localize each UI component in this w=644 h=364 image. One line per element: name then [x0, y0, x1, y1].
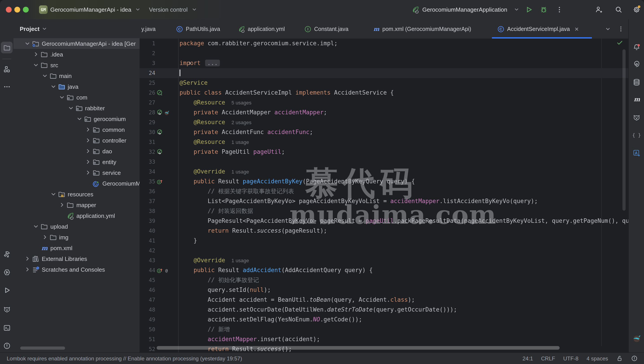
code-line-2[interactable]: 2	[140, 48, 628, 58]
more-vertical-icon[interactable]	[617, 26, 624, 32]
tool-button-endpoints-icon[interactable]	[630, 58, 642, 70]
chevron-right-icon[interactable]	[33, 51, 40, 58]
chevron-down-icon[interactable]	[50, 190, 57, 198]
chevron-right-icon[interactable]	[58, 201, 66, 208]
code-line-39[interactable]: 39 PageResult<PageAccidentByKeyVo> pageR…	[140, 216, 628, 226]
chevron-down-icon[interactable]	[33, 62, 40, 68]
usages-hint[interactable]: 1 usage	[232, 258, 249, 263]
tree-item-dao[interactable]: dao	[14, 146, 140, 156]
tree-item-pom-xml[interactable]: mpom.xml	[14, 242, 140, 253]
run-configuration-selector[interactable]: GerocomiumManagerApplication	[422, 0, 507, 19]
tool-button-mybatisx-icon[interactable]	[630, 111, 642, 123]
tree-item-resources[interactable]: resources	[14, 189, 140, 200]
code-line-1[interactable]: 1package com.rabbiter.gerocomium.service…	[140, 38, 628, 48]
code-line-33[interactable]: 33	[140, 157, 628, 167]
chevron-down-icon[interactable]	[33, 223, 40, 230]
code-line-3[interactable]: 3import ...	[140, 58, 628, 68]
code-line-24[interactable]: 24	[140, 68, 628, 78]
code-line-46[interactable]: 46 query.setId(null);	[140, 285, 628, 295]
tree-item-img[interactable]: img	[14, 232, 140, 242]
project-panel-header[interactable]: Project	[14, 19, 140, 38]
mybatis-bird-icon[interactable]	[163, 110, 170, 116]
code-line-37[interactable]: 37 List<PageAccidentByKeyVo> pageAcciden…	[140, 196, 628, 206]
tool-button-maven-gray-icon[interactable]: m	[630, 93, 642, 105]
tree-item-src[interactable]: src	[14, 60, 140, 70]
chevron-right-icon[interactable]	[84, 126, 92, 133]
tree-item-gerocomium[interactable]: gerocomium	[14, 114, 140, 124]
code-line-45[interactable]: 45 // 初始化事故登记	[140, 275, 628, 285]
code-line-38[interactable]: 38 // 封装返回数据	[140, 206, 628, 216]
project-widget[interactable]: GerocomiumManagerApi - idea	[50, 0, 131, 19]
tree-item-common[interactable]: common	[14, 124, 140, 135]
usages-hint[interactable]: 2 usages	[232, 120, 252, 125]
tool-button-build-icon[interactable]	[1, 248, 13, 260]
usages-hint[interactable]: 5 usages	[232, 100, 252, 105]
tree-item-com[interactable]: com	[14, 92, 140, 103]
code-line-28[interactable]: 28 private AccidentMapper accidentMapper…	[140, 108, 628, 118]
mybatis-bird-icon[interactable]	[631, 333, 641, 343]
code-line-27[interactable]: 27 @Resource5 usages	[140, 98, 628, 108]
tree-item-gerocomiummanagerapi-idea-ger[interactable]: GerocomiumManagerApi - idea [Ger	[14, 38, 140, 49]
indent-widget[interactable]: 4 spaces	[586, 355, 608, 362]
usages-hint[interactable]: 1 usage	[232, 140, 249, 145]
code-line-49[interactable]: 49 accident.setDelFlag(YesNoEnum.NO.getC…	[140, 315, 628, 324]
tool-button-notifications-badge-icon[interactable]	[630, 41, 642, 53]
tree-item-upload[interactable]: upload	[14, 221, 140, 232]
code-line-31[interactable]: 31 @Resource1 usage	[140, 137, 628, 147]
caret-position-widget[interactable]: 24:1	[523, 355, 533, 362]
minimize-button[interactable]	[14, 7, 20, 12]
chevron-right-icon[interactable]	[84, 158, 92, 166]
code-line-47[interactable]: 47 Accident accident = BeanUtil.toBean(q…	[140, 295, 628, 305]
chevron-down-icon[interactable]	[67, 104, 74, 112]
more-actions-icon[interactable]	[556, 6, 563, 14]
code-line-50[interactable]: 50 // 新增	[140, 324, 628, 334]
chevron-right-icon[interactable]	[84, 169, 92, 176]
code-line-26[interactable]: 26public class AccidentServiceImpl imple…	[140, 88, 628, 98]
inspections-ok-icon[interactable]	[616, 39, 623, 46]
tree-item-external-libraries[interactable]: External Libraries	[14, 253, 140, 264]
editor-hscrollbar[interactable]	[157, 346, 560, 350]
status-message[interactable]: Lombok requires enabled annotation proce…	[7, 355, 242, 362]
tree-item-controller[interactable]: controller	[14, 135, 140, 146]
code-line-48[interactable]: 48 accident.setOccurDate(DateUtilWen.dat…	[140, 305, 628, 315]
tool-button-mybatisx-icon[interactable]	[1, 303, 13, 315]
tab-application-yml[interactable]: application.yml	[233, 19, 299, 38]
tool-button-braces-icon[interactable]: { }	[630, 129, 642, 141]
tree-item-rabbiter[interactable]: rabbiter	[14, 103, 140, 114]
chevron-right-icon[interactable]	[24, 255, 31, 262]
tree-item-java[interactable]: java	[14, 81, 140, 92]
chevron-right-icon[interactable]	[84, 137, 92, 144]
code-with-me-icon[interactable]	[595, 6, 603, 14]
tree-item-service[interactable]: service	[14, 167, 140, 178]
chevron-right-icon[interactable]	[84, 148, 92, 155]
code-line-43[interactable]: 43 @Override1 usage	[140, 256, 628, 266]
tree-item-scratches-and-consoles[interactable]: Scratches and Consoles	[14, 264, 140, 275]
encoding-widget[interactable]: UTF-8	[563, 355, 578, 362]
tab-close-icon[interactable]	[573, 26, 580, 32]
code-line-42[interactable]: 42	[140, 246, 628, 256]
code-line-29[interactable]: 29 @Resource2 usages	[140, 118, 628, 127]
tool-button-database-icon[interactable]	[630, 76, 642, 88]
tool-button-play-gray-icon[interactable]	[1, 284, 13, 296]
tree-item-gerocomiumm[interactable]: GerocomiumM	[14, 178, 140, 189]
fold-chevron-icon[interactable]	[187, 60, 193, 66]
lock-open-icon[interactable]	[616, 355, 623, 362]
tab-accidentserviceimpl-java[interactable]: CAccidentServiceImpl.java	[492, 19, 592, 38]
close-button[interactable]	[6, 7, 12, 12]
tool-button-terminal-icon[interactable]	[1, 322, 13, 334]
project-hscrollbar[interactable]	[20, 346, 65, 350]
override-icon[interactable]	[157, 178, 163, 185]
tree-item-main[interactable]: main	[14, 70, 140, 81]
zoom-button[interactable]	[23, 7, 29, 12]
tab-y-java[interactable]: y.java	[140, 19, 170, 38]
chevron-down-icon[interactable]	[58, 94, 66, 101]
override-icon[interactable]	[157, 267, 163, 274]
tool-button-problems-icon[interactable]	[1, 340, 13, 352]
chevron-right-icon[interactable]	[41, 234, 48, 241]
spring-bean-autowired-icon[interactable]	[157, 129, 163, 136]
problems-icon[interactable]	[631, 355, 638, 362]
tree-item-entity[interactable]: entity	[14, 156, 140, 167]
code-line-51[interactable]: 51 accidentMapper.insert(accident);	[140, 334, 628, 344]
tab-constant-java[interactable]: IConstant.java	[299, 19, 367, 38]
tab-pathutils-java[interactable]: CPathUtils.java	[170, 19, 233, 38]
